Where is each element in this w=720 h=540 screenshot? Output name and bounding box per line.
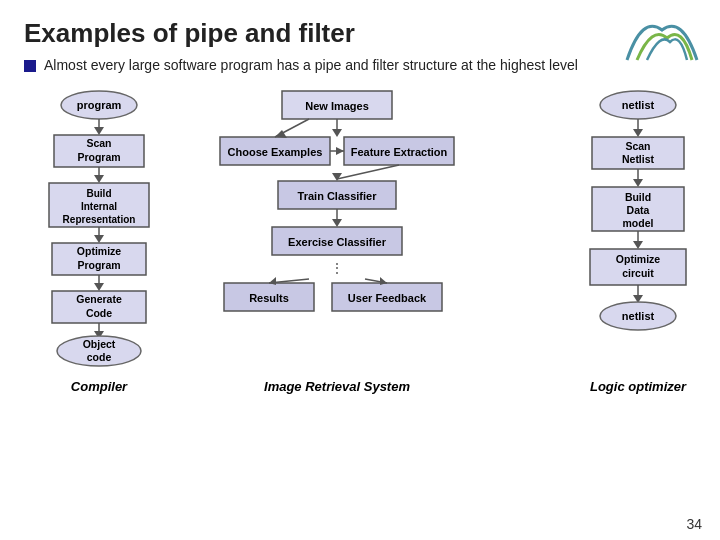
svg-text:Internal: Internal: [81, 201, 117, 212]
svg-marker-32: [332, 129, 342, 137]
svg-text:User Feedback: User Feedback: [348, 292, 427, 304]
svg-text:Netlist: Netlist: [622, 153, 655, 165]
page-title: Examples of pipe and filter: [24, 18, 696, 49]
svg-marker-3: [94, 127, 104, 135]
svg-text:netlist: netlist: [622, 99, 655, 111]
svg-text:New Images: New Images: [305, 100, 369, 112]
svg-text:Build: Build: [87, 188, 112, 199]
svg-marker-62: [633, 129, 643, 137]
bullet-row: Almost every large software program has …: [24, 57, 696, 73]
svg-text:circuit: circuit: [622, 267, 654, 279]
svg-text:Scan: Scan: [625, 140, 650, 152]
svg-text:Choose Examples: Choose Examples: [228, 146, 323, 158]
svg-text:Feature Extraction: Feature Extraction: [351, 146, 448, 158]
svg-text:Image Retrieval System: Image Retrieval System: [264, 379, 410, 394]
svg-text:Program: Program: [77, 151, 120, 163]
svg-marker-14: [94, 235, 104, 243]
svg-text:Optimize: Optimize: [77, 245, 121, 257]
svg-text:Logic optimizer: Logic optimizer: [590, 379, 687, 394]
svg-text:Object: Object: [83, 338, 116, 350]
svg-marker-42: [332, 173, 342, 181]
svg-marker-46: [332, 219, 342, 227]
svg-text:Optimize: Optimize: [616, 253, 660, 265]
svg-text:Representation: Representation: [63, 214, 136, 225]
slide: Examples of pipe and filter Almost every…: [0, 0, 720, 540]
svg-text:code: code: [87, 351, 112, 363]
svg-text:Data: Data: [627, 204, 650, 216]
svg-text:netlist: netlist: [622, 310, 655, 322]
svg-marker-67: [633, 179, 643, 187]
svg-text:Build: Build: [625, 191, 651, 203]
svg-text:⋮: ⋮: [330, 260, 344, 276]
svg-text:Code: Code: [86, 307, 112, 319]
svg-marker-38: [336, 147, 344, 155]
bullet-text: Almost every large software program has …: [44, 57, 578, 73]
svg-text:program: program: [77, 99, 122, 111]
svg-text:Generate: Generate: [76, 293, 122, 305]
svg-marker-19: [94, 283, 104, 291]
svg-text:Train Classifier: Train Classifier: [298, 190, 378, 202]
bullet-icon: [24, 60, 36, 72]
svg-text:Program: Program: [77, 259, 120, 271]
svg-text:model: model: [623, 217, 654, 229]
svg-text:Exercise Classifier: Exercise Classifier: [288, 236, 387, 248]
svg-text:Scan: Scan: [86, 137, 111, 149]
diagram-svg: program Scan Program Build Internal Repr…: [24, 83, 712, 433]
page-number: 34: [686, 516, 702, 532]
svg-text:Results: Results: [249, 292, 289, 304]
svg-line-41: [337, 165, 399, 179]
logo-icon: [622, 10, 702, 65]
svg-marker-73: [633, 241, 643, 249]
svg-text:Compiler: Compiler: [71, 379, 128, 394]
svg-marker-8: [94, 175, 104, 183]
